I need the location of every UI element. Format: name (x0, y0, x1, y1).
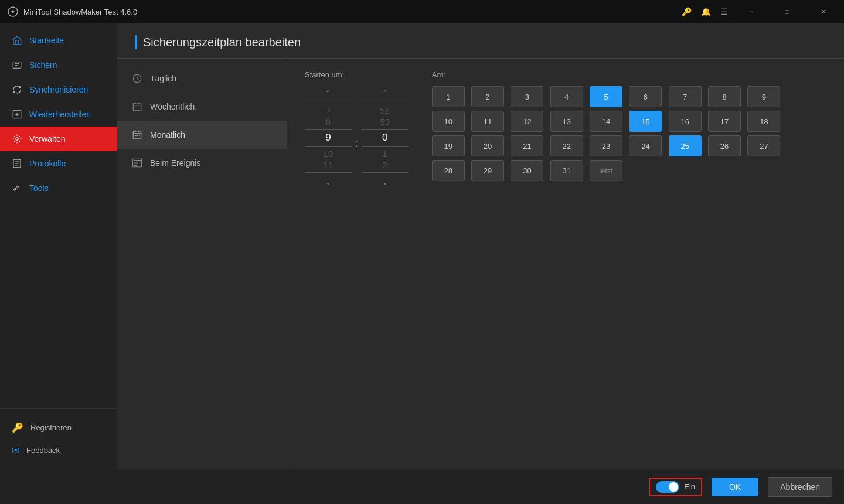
minutes-column: ⌃ 58 59 0 1 2 ⌄ (362, 86, 409, 189)
notification-icon[interactable]: 🔔 (701, 7, 711, 16)
cal-day-23[interactable]: 23 (590, 135, 622, 156)
hours-up-arrow[interactable]: ⌃ (319, 86, 337, 100)
cal-day-6[interactable]: 6 (629, 86, 662, 107)
cal-day-7[interactable]: 7 (669, 86, 702, 107)
cal-day-17[interactable]: 17 (708, 111, 741, 132)
cal-day-30[interactable]: 30 (511, 160, 543, 181)
sidebar-item-registrieren[interactable]: 🔑 Registrieren (0, 416, 117, 439)
minute-above-1: 59 (376, 117, 394, 127)
schedule-config-panel: Starten um: ⌃ 7 8 9 10 11 (287, 59, 844, 469)
time-section: Starten um: ⌃ 7 8 9 10 11 (305, 70, 409, 457)
cal-day-21[interactable]: 21 (511, 135, 543, 156)
hour-current: 9 (319, 132, 337, 144)
key-bottom-icon: 🔑 (12, 422, 23, 433)
cal-day-4[interactable]: 4 (550, 86, 583, 107)
cal-day-13[interactable]: 13 (550, 111, 583, 132)
app-logo (7, 6, 19, 18)
cal-day-10[interactable]: 10 (432, 111, 465, 132)
sidebar-item-startseite[interactable]: Startseite (0, 28, 117, 53)
header-accent-bar (135, 35, 137, 49)
cal-day-18[interactable]: 18 (747, 111, 780, 132)
app-title: MiniTool ShadowMaker Test 4.6.0 (23, 8, 137, 16)
cal-day-24[interactable]: 24 (629, 135, 662, 156)
sidebar-item-synchronisieren[interactable]: Synchronisieren (0, 77, 117, 102)
svg-rect-1 (13, 62, 21, 69)
sidebar-item-sichern[interactable]: Sichern (0, 53, 117, 77)
titlebar-left: MiniTool ShadowMaker Test 4.6.0 (7, 6, 137, 18)
cal-day-1[interactable]: 1 (432, 86, 465, 107)
minutes-up-arrow[interactable]: ⌃ (376, 86, 394, 100)
backup-icon (12, 60, 22, 70)
cal-day-20[interactable]: 20 (471, 135, 504, 156)
sync-icon (12, 84, 22, 95)
cal-day-22[interactable]: 22 (550, 135, 583, 156)
svg-point-3 (16, 138, 19, 141)
cal-day-31[interactable]: 31 (550, 160, 583, 181)
cal-day-25[interactable]: 25 (669, 135, 702, 156)
cal-day-29[interactable]: 29 (471, 160, 504, 181)
svg-rect-8 (133, 131, 141, 139)
cal-day-14[interactable]: 14 (590, 111, 622, 132)
toggle-thumb (669, 482, 678, 492)
sidebar-item-feedback[interactable]: ✉ Feedback (0, 439, 117, 462)
cal-day-26[interactable]: 26 (708, 135, 741, 156)
cal-day-16[interactable]: 16 (669, 111, 702, 132)
cal-day-27[interactable]: 27 (747, 135, 780, 156)
schedule-type-woechentlich[interactable]: Wöchentlich (117, 93, 287, 121)
cal-day-5[interactable]: 5 (590, 86, 622, 107)
log-icon (12, 158, 22, 169)
svg-rect-7 (133, 103, 141, 111)
cal-day-19[interactable]: 19 (432, 135, 465, 156)
maximize-button[interactable]: □ (774, 0, 801, 23)
schedule-type-beim-ereignis[interactable]: Beim Ereignis (117, 149, 287, 177)
monatlich-label: Monatlich (150, 130, 185, 139)
minutes-down-arrow[interactable]: ⌄ (376, 175, 394, 189)
event-icon (131, 157, 143, 169)
hours-down-arrow[interactable]: ⌄ (319, 175, 337, 189)
start-label: Starten um: (305, 70, 409, 79)
cal-day-11[interactable]: 11 (471, 111, 504, 132)
minute-above-2: 58 (376, 105, 394, 115)
sidebar-label-startseite: Startseite (29, 36, 64, 45)
calendar-label: Am: (432, 70, 826, 79)
sidebar-item-wiederherstellen[interactable]: Wiederherstellen (0, 102, 117, 127)
cal-day-12[interactable]: 12 (511, 111, 543, 132)
schedule-toggle[interactable] (656, 481, 679, 493)
minute-current: 0 (376, 132, 394, 144)
menu-icon[interactable]: ☰ (720, 7, 728, 16)
close-button[interactable]: ✕ (810, 0, 837, 23)
toggle-container: Ein (649, 478, 702, 496)
calendar-icon (131, 129, 143, 141)
page-title: Sicherungszeitplan bearbeiten (143, 36, 301, 49)
key-icon[interactable]: 🔑 (682, 7, 692, 16)
ok-button[interactable]: OK (712, 478, 758, 496)
mail-icon: ✉ (12, 445, 19, 456)
cal-day-28[interactable]: 28 (432, 160, 465, 181)
schedule-type-taeglich[interactable]: Täglich (117, 64, 287, 93)
sidebar-item-verwalten[interactable]: Verwalten (0, 127, 117, 151)
hour-above-2: 7 (319, 105, 337, 115)
hour-below-2: 11 (319, 160, 337, 170)
main-container: Startseite Sichern Synchronisieren Wiede… (0, 23, 844, 469)
cal-day-2[interactable]: 2 (471, 86, 504, 107)
footer: Ein OK Abbrechen (0, 469, 844, 504)
cal-day-15[interactable]: 15 (629, 111, 662, 132)
toggle-label: Ein (684, 482, 695, 491)
sidebar-label-sichern: Sichern (29, 60, 57, 70)
sidebar-item-tools[interactable]: Tools (0, 176, 117, 200)
schedule-type-monatlich[interactable]: Monatlich (117, 121, 287, 149)
minimize-button[interactable]: − (737, 0, 764, 23)
sidebar-item-protokolle[interactable]: Protokolle (0, 151, 117, 176)
cal-day-8[interactable]: 8 (708, 86, 741, 107)
sidebar-label-tools: Tools (29, 183, 49, 193)
sidebar-label-synchronisieren: Synchronisieren (29, 85, 88, 94)
cal-day-3[interactable]: 3 (511, 86, 543, 107)
home-icon (12, 35, 22, 46)
hour-below-1: 10 (319, 149, 337, 159)
sidebar-label-wiederherstellen: Wiederherstellen (29, 110, 91, 119)
cal-day-9[interactable]: 9 (747, 86, 780, 107)
cal-day-letzt[interactable]: letzt (590, 160, 622, 181)
feedback-label: Feedback (26, 446, 60, 455)
beim-ereignis-label: Beim Ereignis (150, 158, 200, 168)
cancel-button[interactable]: Abbrechen (768, 477, 832, 497)
